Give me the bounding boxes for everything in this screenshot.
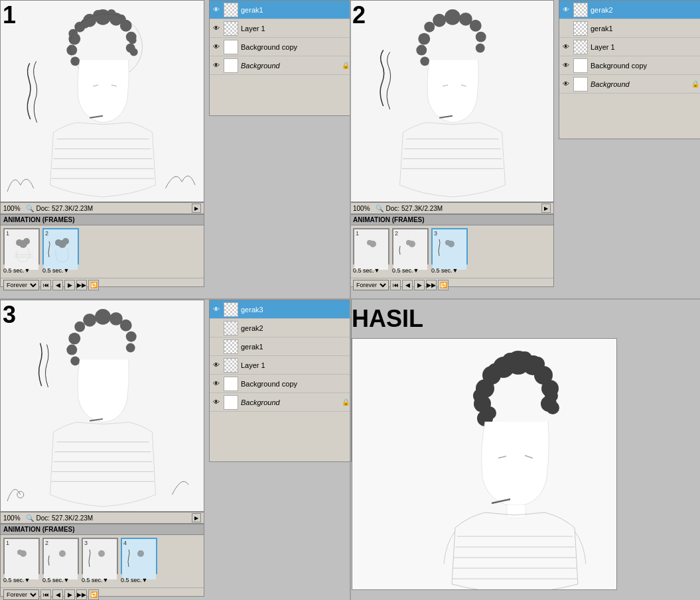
eye-icon-3-1[interactable]: 👁: [211, 304, 222, 315]
svg-point-12: [80, 19, 90, 29]
frame-num-2-1: 1: [356, 230, 359, 237]
eye-icon-2-1[interactable]: 👁: [561, 5, 571, 15]
zoom-icon-1: 🔍: [26, 205, 34, 212]
prev-btn-2[interactable]: ◀: [402, 280, 413, 290]
play-btn-2[interactable]: ▶: [414, 280, 425, 290]
layer-name-1-3: Background copy: [241, 43, 350, 51]
section-3: 3: [0, 300, 352, 600]
layer-row-gerak2-2[interactable]: 👁 gerak2: [559, 1, 700, 19]
next-btn-1[interactable]: ▶▶: [76, 280, 87, 290]
svg-point-60: [406, 240, 411, 245]
eye-icon-3-4[interactable]: 👁: [211, 360, 222, 371]
frame-1-2[interactable]: 2: [42, 228, 79, 265]
step-number-3: 3: [3, 301, 16, 329]
frame-2-1[interactable]: 1: [353, 228, 389, 265]
loop-select-1[interactable]: Forever: [3, 280, 39, 290]
eye-icon-1-4[interactable]: 👁: [211, 60, 222, 71]
rewind-btn-1[interactable]: ⏮: [40, 280, 51, 290]
loop-btn-2[interactable]: 🔁: [438, 280, 449, 290]
frame-svg-2-2: [393, 236, 427, 270]
layer-row-gerak1-2[interactable]: gerak1: [559, 19, 700, 38]
eye-icon-1-2[interactable]: 👁: [211, 23, 222, 34]
frame-svg-3-4: [122, 546, 156, 579]
eye-icon-2-2[interactable]: [561, 23, 571, 34]
next-btn-3[interactable]: ▶▶: [76, 589, 87, 600]
eye-icon-1-3[interactable]: 👁: [211, 42, 222, 52]
eye-icon-2-4[interactable]: 👁: [561, 60, 571, 71]
svg-point-74: [70, 356, 80, 365]
layer-row-layer1-3[interactable]: 👁 Layer 1: [210, 356, 351, 375]
loop-btn-3[interactable]: 🔁: [88, 589, 99, 600]
layer-row-bg-1[interactable]: 👁 Background 🔒: [210, 56, 351, 75]
figure-sketch-1: [1, 1, 204, 202]
layer-row-bg-3[interactable]: 👁 Background 🔒: [210, 393, 351, 412]
frame-2-2[interactable]: 2: [392, 228, 429, 265]
eye-icon-3-2[interactable]: [211, 323, 222, 333]
svg-point-69: [120, 320, 132, 331]
frame-1-1[interactable]: 1: [3, 228, 40, 265]
frame-3-2[interactable]: 2: [42, 538, 79, 574]
anim-controls-1: Forever ⏮ ◀ ▶ ▶▶ 🔁: [1, 278, 204, 292]
frame-3-4[interactable]: 4: [121, 538, 157, 574]
layer-row-gerak3-3[interactable]: 👁 gerak3: [210, 300, 351, 319]
play-btn-3[interactable]: ▶: [64, 589, 75, 600]
frame-time-3-4: 0.5 sec.▼: [121, 577, 147, 583]
layer-row-gerak1-1[interactable]: 👁 gerak1: [210, 1, 351, 19]
status-arrow-3[interactable]: ▶: [192, 513, 201, 522]
svg-point-57: [367, 240, 372, 245]
layer-name-3-2: gerak2: [241, 324, 350, 332]
eye-icon-3-6[interactable]: 👁: [211, 397, 222, 408]
frame-num-1-1: 1: [6, 230, 9, 237]
status-arrow-1[interactable]: ▶: [192, 204, 201, 213]
svg-point-84: [17, 550, 23, 555]
figure-sketch-2: [350, 1, 553, 202]
anim-frames-3: 1 0.5 sec.▼ 2 0.5 sec.▼: [1, 535, 204, 587]
layer-row-bgcopy-2[interactable]: 👁 Background copy: [559, 56, 700, 75]
frame-wrapper-3-1: 1 0.5 sec.▼: [3, 538, 40, 574]
layer-thumb-3-1: [224, 302, 238, 317]
layer-row-layer1-2[interactable]: 👁 Layer 1: [559, 38, 700, 56]
frame-3-1[interactable]: 1: [3, 538, 40, 574]
loop-select-2[interactable]: Forever: [353, 280, 389, 290]
prev-btn-1[interactable]: ◀: [52, 280, 63, 290]
status-arrow-2[interactable]: ▶: [541, 204, 551, 213]
svg-point-106: [473, 389, 488, 403]
frame-wrapper-3-2: 2 0.5 sec.▼: [42, 538, 79, 574]
svg-point-46: [416, 45, 427, 56]
layer-thumb-3-4: [224, 358, 238, 373]
frame-2-3[interactable]: 3: [431, 228, 468, 265]
layer-row-gerak2-3[interactable]: gerak2: [210, 319, 351, 337]
frame-num-3-2: 2: [45, 540, 48, 546]
eye-icon-2-3[interactable]: 👁: [561, 42, 571, 52]
frame-wrapper-1-2: 2 0.5 sec.▼: [42, 228, 79, 265]
layer-row-gerak1-3[interactable]: gerak1: [210, 337, 351, 356]
hasil-figure: [352, 339, 617, 590]
doc-info-1: Doc: 527.3K/2.23M: [36, 205, 192, 212]
svg-point-42: [470, 20, 482, 32]
rewind-btn-3[interactable]: ⏮: [40, 589, 51, 600]
eye-icon-3-3[interactable]: [211, 341, 222, 352]
next-btn-2[interactable]: ▶▶: [426, 280, 437, 290]
layer-row-bg-2[interactable]: 👁 Background 🔒: [559, 75, 700, 93]
play-btn-1[interactable]: ▶: [64, 280, 75, 290]
loop-btn-1[interactable]: 🔁: [88, 280, 99, 290]
layer-thumb-2-3: [573, 40, 588, 54]
layer-name-3-5: Background copy: [241, 380, 350, 388]
frame-3-3[interactable]: 3: [82, 538, 118, 574]
status-bar-3: 100% 🔍 Doc: 527.3K/2.23M ▶: [0, 512, 204, 524]
anim-title-1: ANIMATION (FRAMES): [1, 215, 204, 225]
eye-icon-2-5[interactable]: 👁: [561, 79, 571, 90]
svg-point-67: [95, 309, 111, 325]
layer-thumb-3-6: [224, 395, 238, 410]
rewind-btn-2[interactable]: ⏮: [390, 280, 401, 290]
svg-point-14: [107, 9, 116, 19]
eye-icon-3-5[interactable]: 👁: [211, 379, 222, 389]
eye-icon-1-1[interactable]: 👁: [211, 5, 222, 15]
layer-row-bgcopy-1[interactable]: 👁 Background copy: [210, 38, 351, 56]
loop-select-3[interactable]: Forever: [3, 589, 39, 600]
layer-row-bgcopy-3[interactable]: 👁 Background copy: [210, 375, 351, 393]
layer-row-layer1-1[interactable]: 👁 Layer 1: [210, 19, 351, 38]
prev-btn-3[interactable]: ◀: [52, 589, 63, 600]
layer-thumb-2-5: [573, 77, 588, 91]
section-2: 2: [350, 0, 700, 298]
